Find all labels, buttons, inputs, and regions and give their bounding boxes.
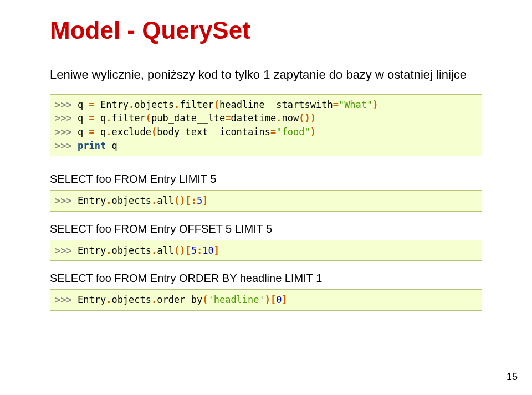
page-title: Model - QuerySet (50, 17, 482, 44)
sql-label: SELECT foo FROM Entry ORDER BY headline … (50, 272, 482, 285)
code-block: >>> q = Entry.objects.filter(headline__s… (50, 94, 482, 157)
intro-text: Leniwe wylicznie, poniższy kod to tylko … (50, 67, 482, 83)
slide: Model - QuerySet Leniwe wylicznie, poniż… (0, 0, 532, 395)
code-block: >>> Entry.objects.all()[:5] (50, 190, 482, 212)
sections-container: >>> q = Entry.objects.filter(headline__s… (50, 94, 482, 311)
code-block: >>> Entry.objects.all()[5:10] (50, 240, 482, 261)
sql-label: SELECT foo FROM Entry OFFSET 5 LIMIT 5 (50, 223, 482, 235)
sql-label: SELECT foo FROM Entry LIMIT 5 (50, 173, 482, 186)
code-block: >>> Entry.objects.order_by('headline')[0… (50, 289, 482, 311)
divider (50, 50, 482, 50)
page-number: 15 (507, 371, 518, 383)
